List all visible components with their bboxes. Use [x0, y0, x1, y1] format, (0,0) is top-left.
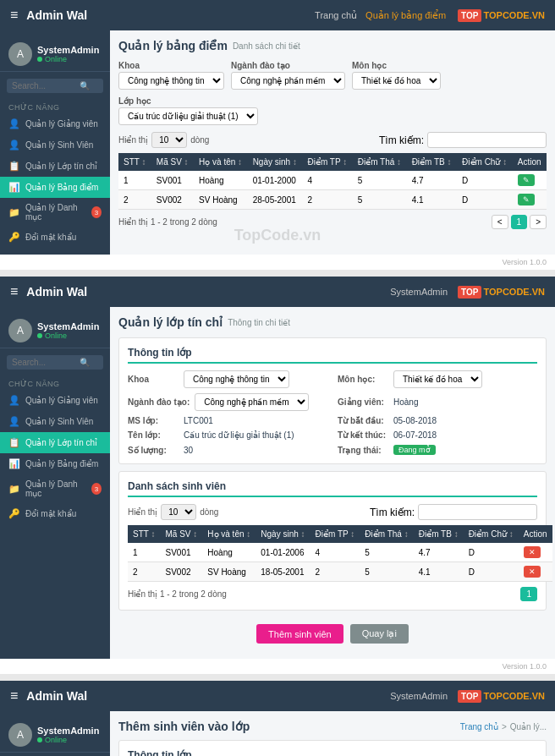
sidebar-label-sv-2: Quản lý Sinh Viên — [25, 417, 93, 426]
sidebar-item-bang-diem-1[interactable]: 📊 Quản lý Bảng điểm — [0, 177, 110, 198]
sidebar-label-dm-2: Quản lý Danh mục — [25, 479, 86, 498]
edit-btn-2[interactable]: ✎ — [518, 194, 535, 205]
person-icon-3: 👤 — [8, 395, 20, 406]
mon-hoc-row-2: Môn học: Thiết kế đồ hoa — [338, 370, 537, 388]
sidebar-item-danh-muc-2[interactable]: 📁 Quản lý Danh mục 3 — [0, 474, 110, 503]
sidebar-label-sv-1: Quản lý Sinh Viên — [25, 140, 93, 150]
sidebar-item-doi-mat-khau-2[interactable]: 🔑 Đổi mật khẩu — [0, 503, 110, 524]
show-select-1[interactable]: 10 — [151, 132, 187, 148]
user-label-3: SystemAdmin — [390, 691, 448, 701]
key-icon-1: 🔑 — [8, 232, 20, 243]
hamburger-icon-3[interactable]: ≡ — [10, 688, 18, 704]
hamburger-icon-2[interactable]: ≡ — [10, 284, 18, 299]
edit-btn-1[interactable]: ✎ — [518, 174, 535, 186]
giang-vien-label-2: Giảng viên: — [338, 397, 388, 407]
cell-diem-tha: 5 — [353, 171, 407, 190]
sidebar-item-sinh-vien-2[interactable]: 👤 Quản lý Sinh Viên — [0, 411, 110, 432]
search-label-2: Tìm kiếm: — [370, 507, 415, 518]
ten-lop-val-2: Cấu trúc dữ liệu giải thuật (1) — [184, 430, 294, 440]
nganh-row-2: Ngành đào tạo: Công nghệ phần mềm — [128, 393, 327, 411]
info-box-title-3: Thông tin lớp — [128, 749, 537, 756]
action-btns-row-2: Thêm sinh viên Quay lại — [118, 617, 547, 650]
search-box-2[interactable]: 🔍 — [7, 355, 103, 370]
filter-mon-label-1: Môn học — [352, 61, 441, 70]
bat-dau-row-2: Từ bắt đầu: 05-08-2018 — [338, 416, 537, 425]
lop-hoc-select-1[interactable]: Cấu trúc dữ liệu giải thuật (1) — [118, 107, 258, 125]
sidebar-item-bang-diem-2[interactable]: 📊 Quản lý Bảng điểm — [0, 453, 110, 474]
page-title-bar-1: Quản lý bảng điểm Danh sách chi tiết — [118, 39, 547, 52]
search-box-1[interactable]: 🔍 — [7, 79, 103, 93]
table-search-1[interactable] — [427, 132, 547, 148]
danh-sach-box-2: Danh sách sinh viên Hiển thị 10 dòng Tìm… — [118, 471, 547, 611]
cell-diem-tp: 2 — [310, 562, 360, 582]
search-input-2[interactable] — [12, 358, 80, 367]
sidebar-item-giang-vien-1[interactable]: 👤 Quản lý Giảng viên — [0, 113, 110, 134]
sidebar-item-danh-muc-1[interactable]: 📁 Quản lý Danh mục 3 — [0, 198, 110, 227]
cell-stt: 2 — [128, 562, 160, 582]
section-label-1: CHỨC NĂNG — [0, 100, 110, 113]
logo-box-3: TOP — [458, 690, 481, 703]
cell-diem-tha: 5 — [360, 562, 413, 582]
sidebar-label-gv-1: Quản lý Giảng viên — [25, 119, 98, 129]
col-ho-ten-2: Họ và tên ↕ — [202, 525, 256, 543]
sidebar-item-lop-tin-chi-2[interactable]: 📋 Quản lý Lớp tín chỉ — [0, 432, 110, 453]
sidebar-label-bd-1: Quản lý Bảng điểm — [25, 183, 98, 192]
next-btn-1[interactable]: > — [530, 215, 547, 229]
pagination-btns-2: 1 — [520, 587, 537, 601]
show-select-2[interactable]: 10 — [161, 504, 196, 520]
mon-hoc-field-2[interactable]: Thiết kế đồ hoa — [393, 370, 482, 388]
user-label-2: SystemAdmin — [390, 287, 448, 297]
delete-btn-2[interactable]: ✕ — [524, 566, 541, 578]
admin-title-1: Admin Wal — [26, 8, 87, 22]
hamburger-icon-1[interactable]: ≡ — [10, 8, 18, 23]
sidebar-item-doi-mat-khau-1[interactable]: 🔑 Đổi mật khẩu — [0, 227, 110, 248]
admin-title-3: Admin Wal — [26, 689, 87, 703]
records-row-1: Hiển thị 10 dòng Tìm kiếm: — [118, 132, 547, 148]
chart-icon-2: 📊 — [8, 458, 20, 469]
pagination-info-1: Hiển thị 1 - 2 trong 2 dòng — [118, 217, 217, 227]
prev-btn-1[interactable]: < — [492, 215, 508, 229]
avatar-1: A — [8, 42, 32, 66]
user-name-3: SystemAdmin — [37, 726, 99, 736]
filter-lop-hoc-1: Lớp học Cấu trúc dữ liệu giải thuật (1) — [118, 96, 258, 125]
pagination-row-2: Hiển thị 1 - 2 trong 2 dòng 1 — [128, 587, 537, 601]
nganh-label-2: Ngành đào tạo: — [128, 397, 190, 407]
table-search-2[interactable] — [418, 504, 537, 520]
nganh-field-2[interactable]: Công nghệ phần mềm — [195, 393, 309, 411]
page-1-btn-2[interactable]: 1 — [520, 587, 537, 601]
nav-current-1[interactable]: Quản lý bảng điểm — [365, 10, 446, 21]
sidebar-item-lop-tin-chi-1[interactable]: 📋 Quản lý Lớp tín chỉ — [0, 156, 110, 177]
khoa-select-1[interactable]: Công nghệ thông tin — [118, 72, 224, 90]
badge-dm-1: 3 — [91, 206, 102, 218]
sidebar-label-dm-1: Quản lý Danh mục — [25, 203, 86, 222]
delete-btn-1[interactable]: ✕ — [524, 546, 541, 558]
cell-diem-tp: 4 — [310, 543, 360, 562]
screen3-panel: ≡ Admin Wal SystemAdmin TOP TOPCODE.VN A… — [0, 681, 555, 756]
chart-icon-1: 📊 — [8, 182, 20, 193]
search-input-1[interactable] — [12, 81, 80, 90]
person-icon-1: 👤 — [8, 118, 20, 129]
quay-lai-btn[interactable]: Quay lại — [350, 624, 409, 644]
col-diem-tb-1: Điểm TB ↕ — [407, 153, 457, 171]
sidebar-label-dmk-2: Đổi mật khẩu — [25, 509, 76, 518]
col-ngay-sinh-1: Ngày sinh ↕ — [248, 153, 303, 171]
screen1-panel: ≡ Admin Wal Trang chủ Quản lý bảng điểm … — [0, 0, 555, 270]
nav-links-1: Trang chủ Quản lý bảng điểm — [315, 10, 446, 21]
them-sinh-vien-btn[interactable]: Thêm sinh viên — [256, 624, 343, 644]
badge-dm-2: 3 — [91, 483, 102, 495]
section-title-bar-3: Thêm sinh viên vào lớp Trang chủ > Quản … — [118, 720, 547, 733]
page-1-btn-1[interactable]: 1 — [511, 215, 528, 229]
screen2-panel: ≡ Admin Wal SystemAdmin TOP TOPCODE.VN A… — [0, 277, 555, 674]
sidebar-item-sinh-vien-1[interactable]: 👤 Quản lý Sinh Viên — [0, 134, 110, 156]
main-content-2: Quản lý lớp tín chỉ Thông tin chi tiết T… — [110, 307, 555, 659]
bat-dau-val-2: 05-08-2018 — [393, 416, 437, 425]
sidebar-1: A SystemAdmin Online 🔍 CHỨC NĂNG 👤 Quản — [0, 30, 110, 255]
khoa-field-2[interactable]: Công nghệ thông tin — [184, 370, 289, 388]
breadcrumb-home-3[interactable]: Trang chủ — [460, 722, 498, 731]
sidebar-item-giang-vien-2[interactable]: 👤 Quản lý Giảng viên — [0, 390, 110, 411]
mon-hoc-select-1[interactable]: Thiết kế đồ hoa — [352, 72, 441, 90]
user-status-1: Online — [37, 55, 99, 63]
pagination-btns-1: < 1 > — [492, 215, 547, 229]
nav-home-1[interactable]: Trang chủ — [315, 10, 357, 21]
nganh-select-1[interactable]: Công nghệ phần mềm — [231, 72, 345, 90]
